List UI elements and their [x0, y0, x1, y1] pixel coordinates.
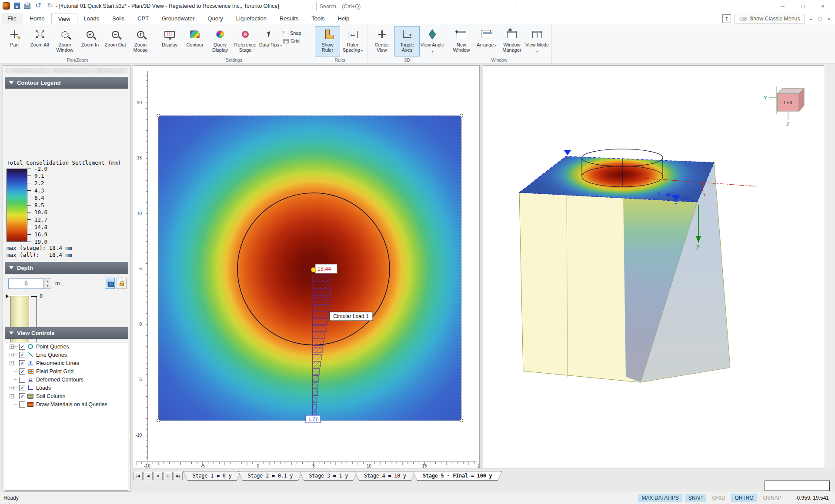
- expand-icon[interactable]: +: [10, 345, 14, 349]
- status-toggle-osnap[interactable]: OSNAP: [760, 494, 785, 502]
- tree-item-draw-materials[interactable]: Draw Materials on all Queries: [5, 400, 128, 408]
- status-toggle-max-datatips[interactable]: MAX DATATIPS: [638, 494, 682, 502]
- depth-input[interactable]: 0: [8, 279, 44, 289]
- query-display-button[interactable]: Query Display: [207, 26, 233, 56]
- data-tips-button[interactable]: Data Tips ▾: [258, 26, 283, 56]
- toggle-axes-button[interactable]: Toggle Axes: [394, 26, 420, 56]
- view-controls-header[interactable]: View Controls: [5, 327, 128, 339]
- expand-icon[interactable]: +: [10, 394, 14, 398]
- menu-item-view[interactable]: View: [51, 13, 77, 24]
- checkbox-line-queries[interactable]: ✓: [19, 352, 25, 358]
- depth-panel-header[interactable]: Depth: [5, 262, 128, 274]
- menu-item-liquefaction[interactable]: Liquefaction: [230, 13, 273, 24]
- contour-legend-header[interactable]: Contour Legend: [5, 77, 128, 89]
- menu-item-cpt[interactable]: CPT: [131, 13, 155, 24]
- snap-toggle[interactable]: Snap: [283, 30, 311, 36]
- stage-nav-button[interactable]: ▶: [164, 472, 173, 480]
- depth-stepper[interactable]: ▲▼: [44, 279, 51, 289]
- save-icon[interactable]: [14, 3, 20, 9]
- tree-item-point-queries[interactable]: +✓Point Queries: [5, 342, 128, 351]
- checkbox-soil-column[interactable]: ✓: [19, 393, 25, 399]
- tree-item-soil-column[interactable]: +✓Soil Column: [5, 392, 128, 400]
- minimize-button[interactable]: –: [773, 0, 792, 13]
- expand-icon[interactable]: +: [10, 386, 14, 390]
- stage-nav-button[interactable]: ▶|: [174, 472, 183, 480]
- menu-item-help[interactable]: Help: [331, 13, 356, 24]
- depth-layers-button[interactable]: [105, 278, 115, 289]
- stage-tab-3[interactable]: Stage 3 = 1 y: [300, 471, 358, 481]
- new-window-button[interactable]: New Window: [449, 26, 474, 56]
- depth-lock-button[interactable]: [117, 278, 127, 289]
- checkbox-point-queries[interactable]: ✓: [19, 344, 25, 350]
- menu-item-tools[interactable]: Tools: [305, 13, 331, 24]
- undo-icon[interactable]: ↺: [34, 2, 42, 10]
- view-3d[interactable]: X Y Z Left Y Z: [483, 65, 824, 468]
- redo-icon[interactable]: ↻: [46, 2, 54, 10]
- view-mode-button[interactable]: View Mode ▾: [524, 26, 550, 56]
- child-close-button[interactable]: ×: [826, 16, 832, 21]
- grid-toggle[interactable]: Grid: [283, 38, 311, 43]
- stage-tab-5[interactable]: Stage 5 - FInal = 100 y: [413, 471, 502, 481]
- status-toggle-ortho[interactable]: ORTHO: [731, 494, 757, 502]
- stage-tab-2[interactable]: Stage 2 = 0.1 y: [238, 471, 303, 481]
- show-ruler-button[interactable]: Show Ruler: [315, 26, 340, 56]
- zoom-window-button[interactable]: ▫Zoom Window: [52, 26, 77, 56]
- reference-stage-button[interactable]: RReference Stage: [233, 26, 258, 56]
- view-splitter[interactable]: [480, 65, 483, 468]
- plan-view-2d[interactable]: 20151050-5-10 -10-505101520 18.44 Circul…: [133, 65, 480, 468]
- zoom-all-button[interactable]: ↖↗↙↘Zoom All: [27, 26, 52, 56]
- window-manager-button[interactable]: Window Manager: [499, 26, 524, 56]
- child-minimize-button[interactable]: –: [808, 16, 814, 21]
- contour-button[interactable]: Contour: [182, 26, 207, 56]
- center-view-button[interactable]: Center View: [369, 26, 394, 56]
- tree-item-field-point-grid[interactable]: ✓Field Point Grid: [5, 367, 128, 375]
- menu-item-file[interactable]: File: [1, 13, 23, 24]
- status-toggle-snap[interactable]: SNAP: [685, 494, 706, 502]
- menu-item-groundwater[interactable]: Groundwater: [155, 13, 201, 24]
- ruler-spacing-button[interactable]: ↔Ruler Spacing ▾: [340, 26, 365, 56]
- checkbox-piezometric-lines[interactable]: ✓: [19, 360, 25, 366]
- display-button[interactable]: Display: [157, 26, 182, 56]
- app-logo-icon[interactable]: [3, 2, 10, 10]
- zoom-out-button[interactable]: −Zoom Out: [103, 26, 128, 56]
- print-icon[interactable]: [24, 4, 30, 9]
- stage-tab-4[interactable]: Stage 4 = 10 y: [354, 471, 416, 481]
- close-button[interactable]: ×: [813, 0, 832, 13]
- menu-item-results[interactable]: Results: [273, 13, 305, 24]
- tree-item-loads[interactable]: +✓Loads: [5, 384, 128, 392]
- child-restore-button[interactable]: □: [817, 16, 823, 21]
- show-classic-menus-button[interactable]: Show Classic Menus: [735, 14, 805, 23]
- checkbox-deformed-contours[interactable]: [19, 377, 25, 383]
- panel-drag-handle[interactable]: [5, 68, 127, 73]
- menu-item-soils[interactable]: Soils: [106, 13, 131, 24]
- expand-icon[interactable]: +: [10, 353, 14, 357]
- status-toggle-grid[interactable]: GRID: [708, 494, 728, 502]
- search-input[interactable]: [316, 2, 517, 11]
- nav-cube[interactable]: Left Y Z: [764, 86, 804, 127]
- view-3d-canvas[interactable]: X Y Z Left Y Z: [483, 66, 824, 468]
- checkbox-loads[interactable]: ✓: [19, 385, 25, 391]
- restore-button[interactable]: □: [793, 0, 812, 13]
- stage-tab-1[interactable]: Stage 1 = 0 y: [183, 471, 241, 481]
- datatip-marker[interactable]: [311, 268, 316, 272]
- zoom-mouse-button[interactable]: ⇕Zoom Mouse: [128, 26, 153, 56]
- checkbox-draw-materials[interactable]: [19, 401, 25, 408]
- zoom-in-button[interactable]: +Zoom In: [77, 26, 103, 56]
- tree-item-deformed-contours[interactable]: ⇊Deformed Contours: [5, 375, 128, 384]
- view-angle-button[interactable]: View Angle ▾: [420, 26, 445, 56]
- expand-icon[interactable]: +: [10, 361, 14, 365]
- stage-nav-button[interactable]: ◀: [144, 472, 153, 480]
- arrange-button[interactable]: Arrange ▾: [474, 26, 499, 56]
- stage-nav-button[interactable]: #: [154, 472, 163, 480]
- checkbox-field-point-grid[interactable]: ✓: [19, 368, 25, 375]
- menu-item-query[interactable]: Query: [201, 13, 229, 24]
- tree-item-piezometric-lines[interactable]: +✓▼Piezometric Lines: [5, 359, 128, 367]
- pan-button[interactable]: ☚Pan: [2, 26, 27, 56]
- menu-item-home[interactable]: Home: [23, 13, 51, 24]
- plan-view-canvas[interactable]: 20151050-5-10 -10-505101520 18.44 Circul…: [133, 66, 479, 468]
- depth-slider-marker[interactable]: [6, 294, 9, 298]
- menu-item-loads[interactable]: Loads: [77, 13, 106, 24]
- tree-item-line-queries[interactable]: +✓Line Queries: [5, 351, 128, 359]
- pin-ribbon-icon[interactable]: ↥: [722, 14, 731, 23]
- contour-field[interactable]: [158, 116, 461, 421]
